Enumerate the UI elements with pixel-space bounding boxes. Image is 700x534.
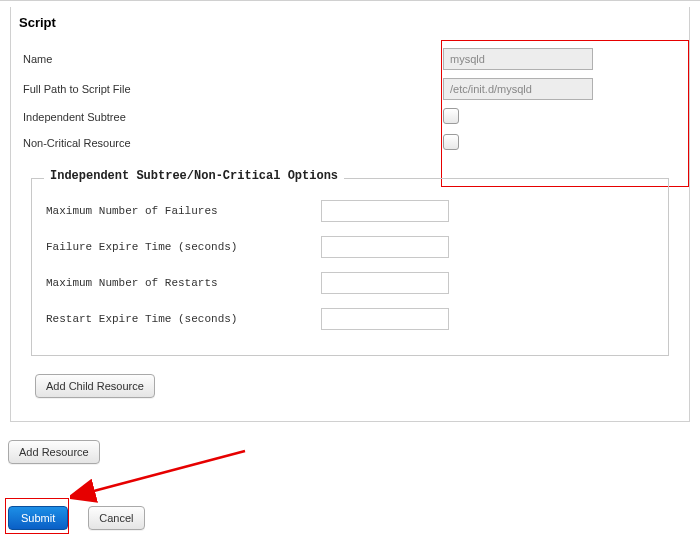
script-path-input[interactable] [443,78,593,100]
script-panel: Script Name Full Path to Script File Ind… [10,7,690,422]
independent-subtree-label: Independent Subtree [23,111,443,123]
submit-button[interactable]: Submit [8,506,68,530]
restart-expire-input[interactable] [321,308,449,330]
name-input[interactable] [443,48,593,70]
subtree-legend: Independent Subtree/Non-Critical Options [44,169,344,183]
max-failures-label: Maximum Number of Failures [46,205,321,217]
path-label: Full Path to Script File [23,83,443,95]
failure-expire-input[interactable] [321,236,449,258]
non-critical-checkbox[interactable] [443,134,459,150]
cancel-button[interactable]: Cancel [88,506,144,530]
add-resource-button[interactable]: Add Resource [8,440,100,464]
max-failures-input[interactable] [321,200,449,222]
non-critical-label: Non-Critical Resource [23,137,443,149]
add-child-resource-button[interactable]: Add Child Resource [35,374,155,398]
subtree-options-fieldset: Independent Subtree/Non-Critical Options… [31,178,669,356]
failure-expire-label: Failure Expire Time (seconds) [46,241,321,253]
independent-subtree-checkbox[interactable] [443,108,459,124]
max-restarts-input[interactable] [321,272,449,294]
restart-expire-label: Restart Expire Time (seconds) [46,313,321,325]
name-label: Name [23,53,443,65]
section-title: Script [11,7,689,44]
max-restarts-label: Maximum Number of Restarts [46,277,321,289]
